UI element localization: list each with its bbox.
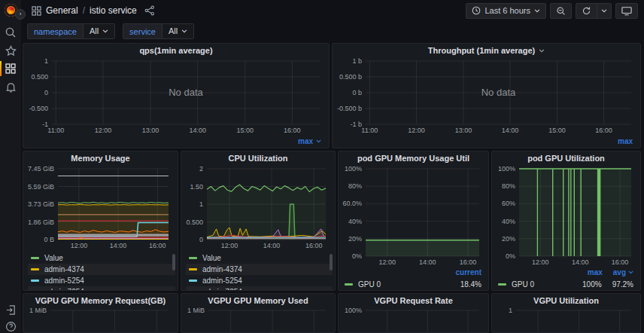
chevron-down-icon	[102, 29, 108, 33]
vgpu-utilization-chart[interactable]: 1	[494, 307, 639, 333]
legend-item[interactable]: admin-7254	[186, 286, 333, 290]
legend-sort-max[interactable]: max	[298, 137, 321, 145]
sidebar-expand-button[interactable]: ›	[15, 9, 26, 20]
pod-gpu-memory-chart[interactable]: 12:0014:0016:00100%80%60.0%40%20%0%	[340, 165, 487, 267]
svg-text:40%: 40%	[348, 218, 362, 225]
time-range-label: Last 6 hours	[485, 6, 530, 15]
sign-in-icon[interactable]	[0, 301, 21, 318]
svg-text:20%: 20%	[348, 235, 362, 243]
panel-qps: qps(1min average) 11:0012:0013:0014:0015…	[23, 43, 330, 148]
dashboard-grid-icon	[32, 6, 41, 16]
panel-title[interactable]: pod GPU Utilization	[492, 151, 640, 165]
panel-memory-usage: Memory Usage 12:0014:0016:007.45 GiB5.59…	[23, 151, 178, 291]
panel-title[interactable]: qps(1min average)	[23, 44, 329, 57]
svg-text:16:00: 16:00	[460, 258, 477, 266]
legend-item[interactable]: Value	[28, 252, 175, 264]
panel-title[interactable]: VGPU Utilization	[492, 294, 640, 307]
svg-text:No data: No data	[481, 87, 516, 98]
breadcrumb-dashboard[interactable]: istio service	[90, 5, 137, 16]
variable-namespace[interactable]: namespace All	[27, 23, 115, 39]
svg-text:14:00: 14:00	[572, 258, 589, 266]
starred-dashboards-icon[interactable]	[0, 42, 21, 59]
legend-scrollbar[interactable]	[330, 254, 333, 270]
svg-text:15:00: 15:00	[236, 127, 254, 134]
pod-gpu-utilization-chart[interactable]: 12:0014:0016:00100%80%60%40%20%0%	[494, 165, 639, 267]
legend-sort-avg[interactable]: avg	[613, 268, 633, 276]
legend-item[interactable]: admin-5254	[28, 275, 175, 286]
breadcrumb-separator: /	[83, 5, 85, 16]
panel-vgpu-request-rate: VGPU Request Rate 100%	[338, 293, 489, 333]
qps-chart[interactable]: 11:0012:0013:0014:0015:0016:0010.5000-0.…	[25, 57, 327, 136]
share-icon[interactable]	[144, 5, 155, 16]
cpu-utilization-chart[interactable]: 12:0014:0016:0021.5010.5000	[183, 165, 333, 251]
series-swatch	[189, 268, 197, 270]
vgpu-memory-used-chart[interactable]: 1 MiB	[183, 307, 333, 333]
panel-title[interactable]: VGPU Request Rate	[339, 294, 488, 307]
search-icon[interactable]	[0, 24, 21, 41]
series-swatch	[31, 280, 39, 282]
svg-text:No data: No data	[169, 87, 203, 98]
legend-item[interactable]: admin-4374	[186, 264, 333, 275]
throughput-chart[interactable]: 11:0012:0013:0014:0015:0016:001 b0.500 b…	[334, 57, 639, 136]
svg-text:12:00: 12:00	[221, 242, 238, 249]
svg-text:0.500 b: 0.500 b	[339, 73, 362, 81]
svg-text:12:00: 12:00	[95, 127, 112, 134]
svg-text:15:00: 15:00	[548, 127, 566, 134]
variable-namespace-value[interactable]: All	[83, 23, 115, 39]
legend-item[interactable]: GPU 0 100% 97.2%	[498, 279, 633, 290]
help-icon[interactable]	[0, 318, 21, 333]
svg-text:100%: 100%	[498, 165, 515, 173]
refresh-icon	[582, 6, 591, 16]
dashboard-variables: namespace All service All	[27, 23, 194, 39]
legend-sort-max[interactable]: max	[588, 268, 603, 276]
svg-text:14:00: 14:00	[502, 127, 519, 134]
chevron-down-icon	[316, 139, 321, 143]
panel-title[interactable]: VGPU GPU Memory Used	[181, 294, 335, 307]
legend-scrollbar[interactable]	[172, 254, 175, 270]
memory-legend: Value admin-4374 admin-5254 admin-7254	[28, 252, 175, 290]
panel-title[interactable]: Memory Usage	[23, 151, 178, 165]
refresh-interval-dropdown[interactable]	[597, 4, 611, 18]
time-range-picker[interactable]: Last 6 hours	[466, 3, 546, 19]
svg-text:0: 0	[199, 236, 203, 243]
variable-service-value[interactable]: All	[162, 23, 194, 39]
svg-text:-0.500: -0.500	[29, 105, 48, 112]
cpu-legend: Value admin-4374 admin-5254 admin-7254	[186, 252, 333, 290]
breadcrumb-folder[interactable]: General	[46, 5, 78, 16]
alerting-bell-icon[interactable]	[0, 78, 21, 95]
legend-item[interactable]: Value	[186, 252, 333, 264]
refresh-button[interactable]	[576, 3, 612, 19]
svg-text:0%: 0%	[506, 252, 515, 260]
svg-text:0%: 0%	[352, 252, 362, 260]
legend-column-headers: max avg	[588, 268, 633, 276]
panel-title[interactable]: pod GPU Memory Usage Util	[339, 151, 488, 165]
svg-text:60%: 60%	[502, 200, 515, 207]
memory-usage-chart[interactable]: 12:0014:0016:007.45 GiB5.59 GiB3.73 GiB1…	[25, 165, 176, 251]
svg-text:0.500: 0.500	[186, 218, 203, 226]
panel-vgpu-gpu-memory-used: VGPU GPU Memory Used 1 MiB	[181, 293, 336, 333]
legend-sort-current[interactable]: current	[456, 268, 481, 276]
svg-text:-1: -1	[42, 121, 48, 128]
panel-title[interactable]: VGPU GPU Memory Request(GB)	[23, 294, 178, 307]
panel-title[interactable]: CPU Utilization	[181, 151, 335, 165]
svg-text:16:00: 16:00	[284, 127, 301, 134]
legend-item[interactable]: admin-7254	[28, 286, 175, 290]
vgpu-request-rate-chart[interactable]: 100%	[340, 307, 487, 333]
legend-item[interactable]: admin-4374	[28, 264, 175, 275]
legend-item[interactable]: GPU 0 18.4%	[345, 279, 481, 290]
series-name: GPU 0	[512, 280, 534, 289]
clock-icon	[472, 6, 481, 15]
svg-text:0.500: 0.500	[31, 73, 48, 81]
cycle-view-mode-button[interactable]	[615, 3, 638, 19]
dashboards-icon[interactable]	[0, 60, 21, 77]
vgpu-memory-request-chart[interactable]: 1 MiB	[25, 307, 176, 333]
legend-item[interactable]: admin-5254	[186, 275, 333, 286]
svg-text:1 MiB: 1 MiB	[29, 307, 47, 314]
breadcrumb: General / istio service	[32, 5, 155, 16]
sidebar	[0, 0, 21, 333]
zoom-out-button[interactable]	[550, 3, 572, 19]
variable-service[interactable]: service All	[123, 23, 194, 39]
panel-title[interactable]: Throughput (1min average)	[333, 44, 640, 57]
legend-sort-max[interactable]: max	[618, 137, 633, 145]
svg-text:1.86 GiB: 1.86 GiB	[28, 218, 54, 226]
